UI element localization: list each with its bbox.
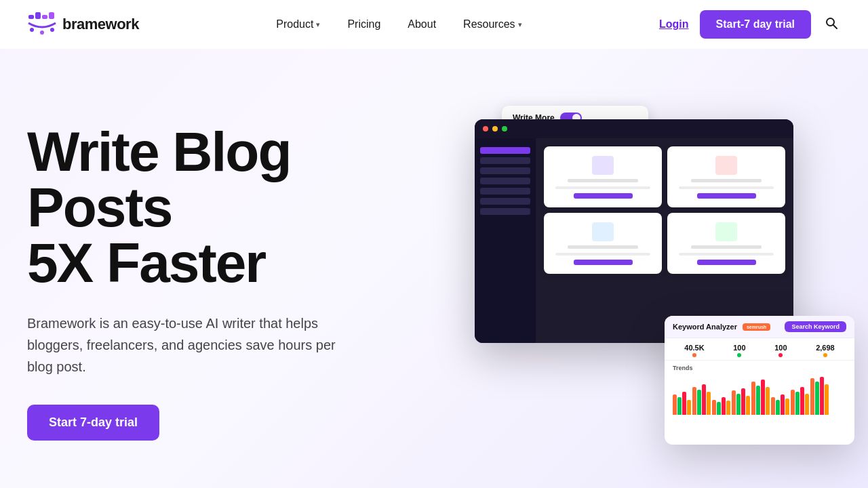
feature-line-6 [555, 253, 650, 256]
window-header [475, 119, 793, 138]
bar-group-5 [771, 394, 789, 415]
bar-7-0 [810, 378, 814, 415]
bar-4-3 [766, 387, 770, 415]
nav-item-product[interactable]: Product ▾ [265, 13, 331, 36]
sidebar-mock-item-4 [480, 178, 530, 184]
bar-7-2 [820, 377, 824, 415]
nav-label-resources: Resources [463, 18, 515, 30]
bar-group-4 [751, 380, 770, 415]
bar-group-1 [692, 384, 711, 415]
bar-group-7 [810, 377, 829, 415]
login-button[interactable]: Login [659, 18, 689, 30]
stat-dot-1 [692, 353, 696, 357]
analyzer-card: Keyword Analyzer semrush Search Keyword … [665, 316, 854, 445]
bar-5-2 [781, 394, 785, 415]
chevron-down-icon: ▾ [316, 20, 320, 29]
feature-card-3 [544, 213, 662, 274]
nav-label-about: About [408, 18, 436, 30]
sidebar-mock-item-7 [480, 208, 530, 215]
analyzer-stats: 40.5K 100 100 2,698 [665, 338, 854, 361]
stat-volume-val: 40.5K [684, 344, 704, 352]
stat-kd: 100 [733, 344, 745, 357]
bar-group-3 [732, 388, 750, 415]
nav-item-resources[interactable]: Resources ▾ [452, 13, 532, 36]
bar-4-2 [761, 380, 765, 415]
bar-2-0 [712, 400, 716, 415]
bar-group-6 [791, 387, 809, 415]
window-dot-yellow [492, 126, 498, 131]
sidebar-mock-item-6 [480, 198, 530, 205]
mockup-sidebar [475, 138, 536, 343]
feature-line-7 [691, 245, 762, 249]
stat-kd-val: 100 [733, 344, 745, 352]
trend-chart [673, 374, 846, 415]
search-button[interactable] [822, 14, 841, 36]
bar-0-0 [673, 394, 677, 415]
bar-5-0 [771, 397, 775, 415]
search-keyword-button[interactable]: Search Keyword [785, 321, 846, 332]
hero-subtext: Bramework is an easy-to-use AI writer th… [27, 312, 353, 378]
feature-line-1 [568, 179, 638, 182]
nav-item-about[interactable]: About [397, 13, 447, 36]
bar-3-3 [746, 396, 750, 415]
analyzer-header: Keyword Analyzer semrush Search Keyword [665, 316, 854, 338]
feature-line-4 [679, 186, 773, 189]
bar-3-0 [732, 390, 736, 415]
hero-heading: Write Blog Posts 5X Faster [27, 124, 448, 291]
stat-cpc-val: 100 [774, 344, 787, 352]
bar-0-2 [682, 392, 686, 415]
logo-link[interactable]: bramework [27, 9, 139, 39]
stat-results-val: 2,698 [816, 344, 835, 352]
bar-2-3 [726, 401, 730, 415]
bar-1-0 [692, 387, 696, 415]
stat-dot-3 [778, 353, 783, 357]
bar-1-1 [697, 390, 701, 415]
svg-point-5 [40, 30, 44, 35]
bar-2-2 [722, 397, 726, 415]
bar-7-3 [825, 384, 829, 415]
logo-text: bramework [62, 16, 139, 33]
bar-6-0 [791, 390, 795, 415]
bar-6-2 [800, 387, 804, 415]
stat-cpc: 100 [774, 344, 787, 357]
feature-line-5 [568, 245, 638, 249]
window-dot-red [483, 126, 488, 131]
mockup-features-grid [536, 138, 793, 343]
feature-icon-4 [715, 222, 737, 241]
analyzer-badge: semrush [743, 323, 770, 331]
stat-volume: 40.5K [684, 344, 704, 357]
analyzer-trends: Trends [665, 361, 854, 419]
sidebar-mock-item-3 [480, 167, 530, 174]
nav-item-pricing[interactable]: Pricing [336, 13, 391, 36]
feature-icon-2 [715, 156, 737, 175]
window-body [475, 138, 793, 343]
bar-4-0 [751, 382, 755, 415]
bar-2-1 [717, 402, 721, 415]
feature-btn-3 [574, 260, 633, 265]
bar-5-3 [785, 399, 789, 415]
logo-icon [27, 9, 57, 39]
search-icon [825, 16, 838, 30]
feature-line-8 [679, 253, 773, 256]
bar-0-3 [687, 400, 691, 415]
nav-label-pricing: Pricing [347, 18, 380, 30]
bar-1-2 [702, 384, 706, 415]
trends-label: Trends [673, 365, 846, 371]
sidebar-mock-item-1 [480, 147, 530, 154]
feature-line-3 [691, 179, 762, 182]
svg-rect-0 [28, 15, 34, 19]
hero-section: Write Blog Posts 5X Faster Bramework is … [0, 49, 868, 488]
feature-btn-2 [697, 193, 756, 199]
feature-card-1 [544, 146, 662, 207]
hero-cta-button[interactable]: Start 7-day trial [27, 405, 159, 441]
start-trial-button[interactable]: Start-7 day trial [700, 10, 811, 39]
stat-dot-2 [737, 353, 741, 357]
bar-4-1 [756, 386, 760, 415]
window-dot-green [502, 126, 507, 131]
feature-line-2 [555, 186, 650, 189]
feature-btn-4 [697, 260, 756, 265]
bar-group-2 [712, 397, 730, 415]
svg-point-6 [50, 28, 54, 32]
feature-card-2 [667, 146, 785, 207]
hero-content: Write Blog Posts 5X Faster Bramework is … [27, 124, 475, 441]
